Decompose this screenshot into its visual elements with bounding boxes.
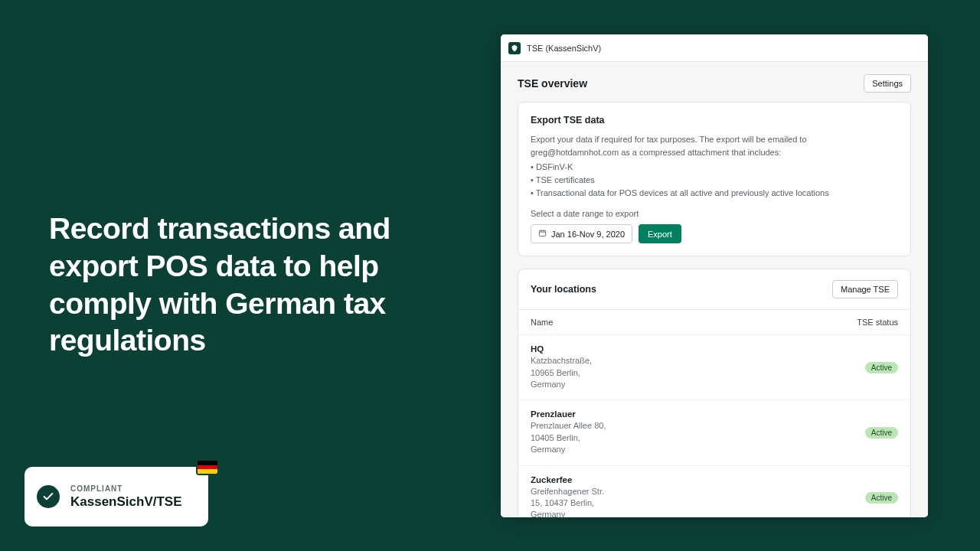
location-name: HQ bbox=[531, 344, 592, 354]
location-address: Katzbachstraße,10965 Berlin,Germany bbox=[531, 355, 592, 390]
export-title: Export TSE data bbox=[531, 115, 898, 126]
col-name: Name bbox=[531, 318, 553, 327]
status-badge: Active bbox=[865, 427, 898, 439]
date-range-label: Select a date range to export bbox=[531, 209, 898, 218]
status-badge: Active bbox=[865, 492, 898, 504]
hero-headline: Record transactions and export POS data … bbox=[49, 210, 447, 360]
col-status: TSE status bbox=[857, 318, 898, 327]
location-address: Greifenhagener Str.15, 10437 Berlin,Germ… bbox=[531, 486, 604, 517]
app-title: TSE (KassenSichV) bbox=[527, 44, 601, 53]
svg-rect-0 bbox=[539, 231, 545, 236]
export-bullet: DSFinV-K bbox=[531, 161, 852, 174]
location-name: Zuckerfee bbox=[531, 475, 604, 484]
export-card: Export TSE data Export your data if requ… bbox=[518, 102, 911, 256]
export-bullet: Transactional data for POS devices at al… bbox=[531, 187, 852, 200]
title-bar: TSE (KassenSichV) bbox=[501, 34, 928, 62]
export-desc-text: Export your data if required for tax pur… bbox=[531, 135, 807, 157]
german-flag-icon bbox=[198, 461, 217, 474]
table-row[interactable]: PrenzlauerPrenzlauer Allee 80,10405 Berl… bbox=[518, 400, 910, 465]
location-address: Prenzlauer Allee 80,10405 Berlin,Germany bbox=[531, 420, 606, 455]
manage-tse-button[interactable]: Manage TSE bbox=[832, 280, 898, 298]
table-row[interactable]: ZuckerfeeGreifenhagener Str.15, 10437 Be… bbox=[518, 466, 910, 517]
page-title: TSE overview bbox=[518, 77, 587, 90]
shield-icon bbox=[508, 42, 521, 54]
compliant-card: COMPLIANT KassenSichV/TSE bbox=[24, 467, 208, 527]
date-range-value: Jan 16-Nov 9, 2020 bbox=[551, 230, 625, 239]
date-range-button[interactable]: Jan 16-Nov 9, 2020 bbox=[531, 224, 632, 243]
table-row[interactable]: HQKatzbachstraße,10965 Berlin,GermanyAct… bbox=[518, 335, 910, 400]
status-badge: Active bbox=[865, 362, 898, 373]
export-bullet: TSE certificates bbox=[531, 174, 852, 187]
compliant-title: KassenSichV/TSE bbox=[70, 494, 182, 510]
locations-title: Your locations bbox=[531, 284, 596, 295]
table-header: Name TSE status bbox=[518, 310, 910, 335]
app-window: TSE (KassenSichV) TSE overview Settings … bbox=[501, 34, 928, 517]
calendar-icon bbox=[538, 229, 547, 239]
locations-card: Your locations Manage TSE Name TSE statu… bbox=[518, 269, 911, 517]
export-button[interactable]: Export bbox=[639, 224, 681, 243]
location-name: Prenzlauer bbox=[531, 409, 606, 419]
checkmark-icon bbox=[37, 485, 60, 508]
settings-button[interactable]: Settings bbox=[864, 74, 911, 93]
export-description: Export your data if required for tax pur… bbox=[531, 133, 852, 200]
compliant-kicker: COMPLIANT bbox=[70, 484, 182, 493]
